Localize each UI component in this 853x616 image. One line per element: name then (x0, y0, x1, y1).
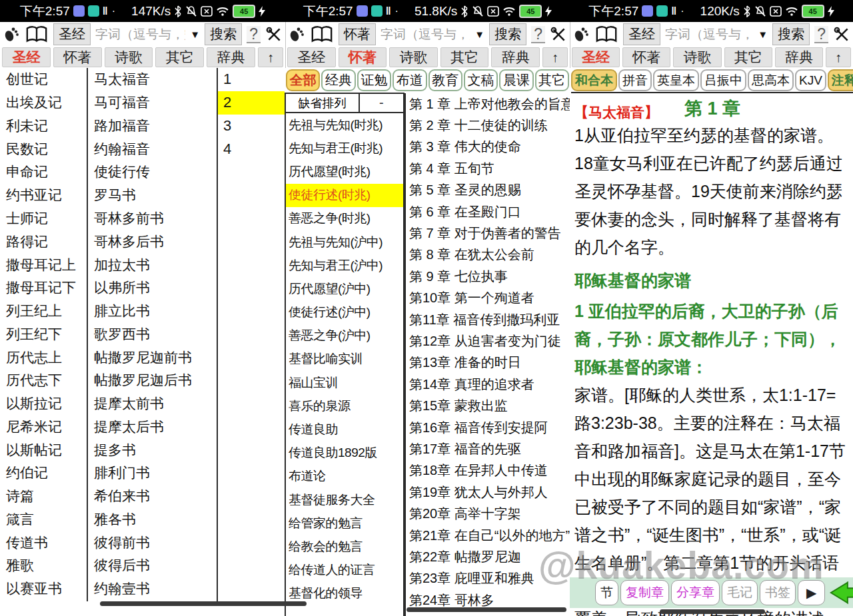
book-item[interactable]: 歌罗西书 (88, 322, 217, 346)
nav-tab[interactable]: 怀著 (53, 47, 102, 67)
chapter-number-item[interactable]: 2 (218, 91, 285, 115)
book-item[interactable]: 罗马书 (88, 184, 217, 207)
search-input[interactable]: 字词（逗号与，空格或） (665, 26, 753, 43)
egw-book-item[interactable]: 先知与君王(时兆) (286, 137, 403, 160)
chapter-item[interactable]: 第 5 章 圣灵的恩赐 (406, 180, 570, 201)
new-testament-list[interactable]: 马太福音马可福音路加福音约翰福音使徒行传罗马书哥林多前书哥林多后书加拉太书以弗所… (88, 68, 218, 601)
category-tab[interactable]: 证勉 (357, 69, 391, 91)
search-button[interactable]: 搜索 (772, 23, 810, 45)
book-item[interactable]: 以赛亚书 (0, 577, 87, 601)
chapter-list[interactable]: 第 1 章 上帝对他教会的旨意第 2 章 十二使徒的训练第 3 章 伟大的使命第… (405, 93, 570, 616)
bottom-bar-button[interactable]: 分享章 (671, 580, 720, 605)
egw-book-item[interactable]: 福山宝训 (286, 371, 403, 394)
egw-book-item[interactable]: 先知与君王(沪中) (286, 254, 403, 277)
book-item[interactable]: 撒母耳记上 (0, 253, 87, 276)
chevron-down-icon[interactable]: ▼ (190, 29, 200, 40)
egw-book-item[interactable]: 传道良助1892版 (286, 442, 403, 465)
book-item[interactable]: 加拉太书 (88, 253, 217, 276)
egw-book-item[interactable]: 基督徒服务大全 (286, 488, 403, 511)
category-tab[interactable]: 晨课 (499, 69, 533, 91)
category-tab[interactable]: 文稿 (464, 69, 498, 91)
egw-book-item[interactable]: 历代愿望(时兆) (286, 160, 403, 183)
tools-icon[interactable] (833, 26, 850, 43)
book-item[interactable]: 路得记 (0, 230, 87, 253)
version-tab[interactable]: KJV (795, 69, 826, 91)
book-item[interactable]: 以斯拉记 (0, 392, 87, 416)
book-item[interactable]: 使徒行传 (88, 160, 217, 184)
scope-button[interactable]: 怀著 (339, 23, 376, 45)
egw-book-item[interactable]: 历代愿望(沪中) (286, 277, 403, 300)
egw-book-item[interactable]: 给教会的勉言 (286, 535, 403, 558)
book-item[interactable]: 帖撒罗尼迦前书 (88, 346, 217, 369)
book-item[interactable]: 尼希米记 (0, 415, 87, 438)
book-item[interactable]: 约伯记 (0, 462, 87, 485)
category-tab[interactable]: 经典 (321, 69, 355, 91)
bottom-bar-button[interactable]: 毛记 (722, 580, 758, 605)
book-item[interactable]: 雅歌 (0, 554, 87, 577)
book-item[interactable]: 马可福音 (88, 91, 217, 115)
bottom-bar-button[interactable]: 书签 (760, 580, 796, 605)
chapter-item[interactable]: 第23章 庇哩亚和雅典 (406, 568, 570, 589)
category-tab[interactable]: 布道 (393, 69, 426, 91)
book-item[interactable]: 箴言 (0, 508, 87, 531)
book-item[interactable]: 申命记 (0, 160, 87, 184)
book-item[interactable]: 传道书 (0, 531, 87, 554)
chapter-item[interactable]: 第15章 蒙救出监 (406, 395, 570, 416)
footprints-icon[interactable] (288, 26, 305, 43)
chapter-number-item[interactable]: 3 (218, 115, 285, 138)
chapter-item[interactable]: 第 1 章 上帝对他教会的旨意 (406, 93, 570, 115)
chapter-item[interactable]: 第13章 准备的时日 (406, 352, 570, 374)
book-item[interactable]: 士师记 (0, 207, 87, 230)
chapter-number-list[interactable]: 1234 (218, 68, 285, 601)
egw-book-item[interactable]: 善恶之争(时兆) (286, 207, 403, 230)
category-tab[interactable]: 其它 (535, 69, 569, 91)
nav-tab[interactable]: 其它 (155, 47, 204, 67)
nav-tab[interactable]: 圣经 (572, 47, 620, 67)
nav-tab[interactable]: 其它 (724, 47, 772, 67)
book-item[interactable]: 腓立比书 (88, 300, 217, 323)
version-tab[interactable]: 英皇本 (653, 69, 699, 91)
version-tab[interactable]: 拼音 (618, 69, 652, 91)
egw-book-item[interactable]: 使徒行述(沪中) (286, 301, 403, 324)
egw-book-item[interactable]: 使徒行述(时兆) (286, 184, 403, 207)
nav-tab[interactable]: 怀著 (339, 47, 387, 67)
book-icon[interactable] (594, 26, 618, 43)
chapter-item[interactable]: 第14章 真理的追求者 (406, 374, 570, 395)
book-item[interactable]: 约翰福音 (88, 137, 217, 160)
book-item[interactable]: 出埃及记 (0, 91, 87, 115)
book-icon[interactable] (25, 26, 49, 43)
book-item[interactable]: 彼得后书 (88, 554, 217, 577)
nav-tab[interactable]: ↑ (258, 47, 283, 67)
bottom-bar-button[interactable]: 复制章 (620, 580, 669, 605)
reading-pane[interactable]: 【马太福音】 第 1 章 1从亚伯拉罕至约瑟的基督的家谱。18童女马利亚在已许配… (572, 93, 853, 616)
chapter-item[interactable]: 第20章 高举十字架 (406, 503, 570, 524)
chevron-down-icon[interactable]: ▼ (474, 29, 484, 40)
nav-tab[interactable]: 辞典 (775, 47, 823, 67)
book-item[interactable]: 利未记 (0, 115, 87, 138)
egw-book-item[interactable]: 传道良助 (286, 418, 403, 441)
chapter-item[interactable]: 第 4 章 五旬节 (406, 158, 570, 179)
book-item[interactable]: 彼得前书 (88, 531, 217, 554)
chapter-item[interactable]: 第12章 从迫害者变为门徒 (406, 330, 570, 352)
nav-tab[interactable]: 其它 (440, 47, 489, 67)
book-item[interactable]: 诗篇 (0, 485, 87, 508)
help-button[interactable]: ? (247, 26, 261, 43)
chapter-item[interactable]: 第 9 章 七位执事 (406, 266, 570, 287)
egw-book-item[interactable]: 先祖与先知(沪中) (286, 230, 403, 254)
footprints-icon[interactable] (3, 26, 20, 43)
book-item[interactable]: 列王纪上 (0, 300, 87, 323)
book-item[interactable]: 以斯帖记 (0, 438, 87, 462)
book-icon[interactable] (310, 26, 334, 43)
category-tab[interactable]: 全部 (286, 69, 320, 91)
book-item[interactable]: 提摩太前书 (88, 392, 217, 416)
egw-book-item[interactable]: 善恶之争(沪中) (286, 324, 403, 348)
chapter-number-item[interactable]: 1 (218, 68, 285, 91)
sort-order-label[interactable]: 缺省排列 (286, 94, 360, 112)
chapter-number-item[interactable]: 4 (218, 137, 285, 160)
egw-book-item[interactable]: 给管家的勉言 (286, 511, 403, 535)
book-item[interactable]: 约翰壹书 (88, 577, 217, 601)
nav-tab[interactable]: 辞典 (207, 47, 255, 67)
footprints-icon[interactable] (572, 26, 590, 43)
version-tab[interactable]: 和合本 (571, 69, 617, 91)
book-item[interactable]: 路加福音 (88, 115, 217, 138)
